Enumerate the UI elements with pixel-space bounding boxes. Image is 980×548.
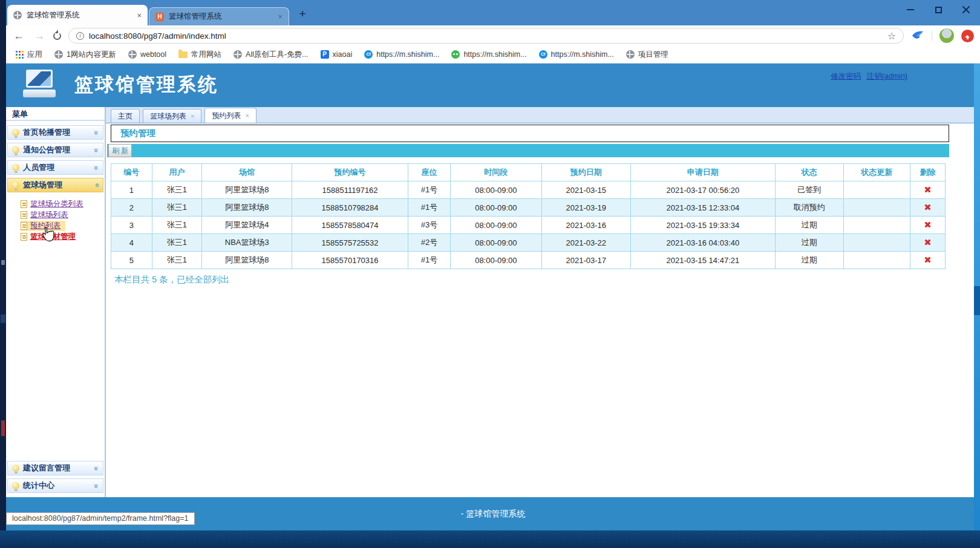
table-cell: 取消预约 <box>775 199 843 217</box>
column-header: 时间段 <box>451 164 541 181</box>
sidebar-item-篮球场列表[interactable]: 篮球场列表 <box>21 210 73 220</box>
close-icon <box>962 5 970 14</box>
content-tab-篮球场列表[interactable]: 篮球场列表× <box>143 109 201 123</box>
sidebar-item-link[interactable]: 篮球场列表 <box>30 210 68 220</box>
table-cell: 张三1 <box>152 217 202 234</box>
bookmark-item[interactable]: https://m.shishim... <box>451 50 526 59</box>
content-tab-预约列表[interactable]: 预约列表× <box>204 108 256 123</box>
scrollbar-thumb[interactable] <box>974 286 980 315</box>
tab-close-icon[interactable]: × <box>137 11 142 20</box>
tab-close-icon[interactable]: × <box>191 113 194 120</box>
table-cell: 张三1 <box>152 252 202 269</box>
chevron-up-icon: » <box>92 183 101 187</box>
table-header-row: 编号用户场馆预约编号座位时间段预约日期申请日期状态状态更新删除 <box>111 164 946 181</box>
cf-badge-icon: Cf <box>364 50 373 59</box>
bookmark-item[interactable]: Cfhttps://m.shishim... <box>364 50 439 59</box>
bookmark-item[interactable]: webtool <box>128 50 166 59</box>
new-tab-button[interactable]: + <box>294 6 311 23</box>
column-header: 删除 <box>910 164 946 181</box>
sidebar-group-label: 篮球场管理 <box>23 180 94 191</box>
bookmark-item[interactable]: 常用网站 <box>178 50 221 60</box>
browser-tab-strip: 篮球馆管理系统×H篮球馆管理系统× <box>6 5 289 25</box>
delete-icon[interactable]: ✖ <box>924 202 932 212</box>
reservation-table: 编号用户场馆预约编号座位时间段预约日期申请日期状态状态更新删除1张三1阿里篮球场… <box>111 163 946 269</box>
browser-titlebar: 篮球馆管理系统×H篮球馆管理系统× + <box>6 0 980 25</box>
delete-icon[interactable]: ✖ <box>924 220 932 230</box>
column-header: 预约日期 <box>541 164 631 181</box>
sidebar-group-首页轮播管理[interactable]: 首页轮播管理» <box>7 125 103 140</box>
address-bar[interactable]: i localhost:8080/pg87/admin/index.html ☆ <box>68 28 904 44</box>
sidebar-group-篮球场管理[interactable]: 篮球场管理» <box>7 178 103 192</box>
back-button[interactable]: ← <box>12 30 25 42</box>
app-title: 篮球馆管理系统 <box>74 72 218 97</box>
bookmark-item[interactable]: Cfhttps://m.shishim... <box>539 50 614 59</box>
bookmark-item[interactable]: 应用 <box>16 50 42 60</box>
bookmark-item[interactable]: Pxiaoai <box>321 50 353 59</box>
panel-title: 预约管理 <box>111 125 949 142</box>
sidebar-group-人员管理[interactable]: 人员管理» <box>7 160 103 175</box>
bulb-icon <box>12 181 19 189</box>
chevron-down-icon: » <box>92 466 101 470</box>
table-cell: 1588510798284 <box>292 199 408 217</box>
logout-link[interactable]: 注销(admin) <box>867 72 907 80</box>
sidebar-group-建议留言管理[interactable]: 建议留言管理» <box>7 461 103 475</box>
delete-icon[interactable]: ✖ <box>924 255 932 265</box>
chevron-down-icon: » <box>92 130 101 134</box>
browser-tab[interactable]: 篮球馆管理系统× <box>7 5 148 25</box>
change-password-link[interactable]: 修改密码 <box>831 72 861 80</box>
profile-avatar[interactable] <box>939 28 954 43</box>
table-cell: 2021-03-22 <box>541 234 631 252</box>
reload-button[interactable] <box>53 32 61 40</box>
bookmark-star-icon[interactable]: ☆ <box>887 30 896 42</box>
table-row: 5张三1阿里篮球场81585570170316#1号08:00-09:00202… <box>111 252 946 269</box>
tab-close-icon[interactable]: × <box>245 112 249 119</box>
maximize-icon <box>935 7 942 13</box>
bulb-icon <box>12 164 19 171</box>
desktop-edge <box>0 0 6 548</box>
close-button[interactable] <box>952 0 980 19</box>
delete-icon[interactable]: ✖ <box>924 184 932 195</box>
site-info-icon[interactable]: i <box>76 32 84 40</box>
content-tab-主页[interactable]: 主页 <box>111 109 140 123</box>
status-bar-url: localhost:8080/pg87/admin/temp2/frame.ht… <box>6 512 195 525</box>
document-icon <box>21 233 27 241</box>
bookmark-label: 应用 <box>27 50 42 60</box>
desktop-icon-fragment <box>1 260 5 265</box>
table-cell: 阿里篮球场8 <box>202 199 292 217</box>
minimize-button[interactable] <box>897 0 924 19</box>
bookmark-item[interactable]: All原创工具-免费... <box>234 50 308 60</box>
browser-tab-title: 篮球馆管理系统 <box>27 10 132 21</box>
desktop-icon-fragment <box>1 315 5 323</box>
maximize-button[interactable] <box>924 0 952 19</box>
table-cell-delete: ✖ <box>910 199 946 217</box>
column-header: 座位 <box>408 164 450 181</box>
table-cell: 1585578580474 <box>292 217 408 234</box>
refresh-button[interactable]: 刷 新 <box>108 144 132 157</box>
sidebar-item-link[interactable]: 篮球场分类列表 <box>30 199 83 209</box>
sidebar-group-label: 首页轮播管理 <box>23 127 94 138</box>
table-cell: 2 <box>111 199 152 217</box>
mouse-cursor <box>41 226 56 243</box>
thunder-extension-icon[interactable] <box>911 30 924 42</box>
refresh-toolbar: 刷 新 <box>107 144 949 157</box>
sidebar-item-篮球场分类列表[interactable]: 篮球场分类列表 <box>21 199 88 209</box>
globe-icon <box>626 50 635 59</box>
delete-icon[interactable]: ✖ <box>924 237 932 247</box>
table-cell: #1号 <box>408 199 450 217</box>
forward-button[interactable]: → <box>33 30 46 42</box>
bookmark-item[interactable]: 1网站内容更新 <box>54 50 116 60</box>
url-text[interactable]: localhost:8080/pg87/admin/index.html <box>89 31 883 41</box>
bookmark-item[interactable]: 项目管理 <box>626 50 668 60</box>
sidebar-group-统计中心[interactable]: 统计中心» <box>7 478 103 493</box>
column-header: 编号 <box>111 164 152 181</box>
tab-close-icon[interactable]: × <box>278 12 283 21</box>
sidebar-group-label: 人员管理 <box>23 162 94 173</box>
browser-tab[interactable]: H篮球馆管理系统× <box>149 7 289 25</box>
table-cell: 08:00-09:00 <box>451 217 541 234</box>
red-extension-icon[interactable] <box>961 30 974 42</box>
page-scrollbar[interactable] <box>974 64 980 530</box>
reservation-table-wrap: 编号用户场馆预约编号座位时间段预约日期申请日期状态状态更新删除1张三1阿里篮球场… <box>111 163 946 269</box>
bookmark-label: 常用网站 <box>191 50 221 60</box>
content-area: 主页篮球场列表×预约列表× 预约管理 刷 新 编号用户场馆预约编号座位时间段预约… <box>106 107 980 497</box>
sidebar-group-通知公告管理[interactable]: 通知公告管理» <box>7 143 103 157</box>
